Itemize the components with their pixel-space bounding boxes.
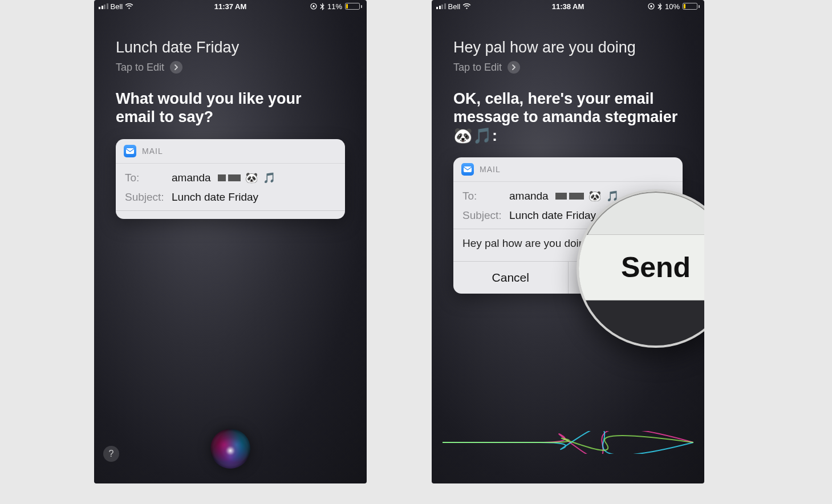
cancel-button[interactable]: Cancel (453, 262, 568, 294)
chevron-right-icon (170, 61, 182, 74)
tap-to-edit-button[interactable]: Tap to Edit (453, 61, 683, 74)
mail-subject-label: Subject: (125, 191, 166, 204)
tap-to-edit-label: Tap to Edit (116, 62, 164, 74)
magnified-send-label: Send (579, 235, 704, 300)
mail-app-label: MAIL (142, 147, 163, 156)
mail-app-label: MAIL (480, 165, 501, 174)
mail-card-header: MAIL (116, 139, 345, 164)
siri-response-text: OK, cella, here's your email message to … (453, 90, 683, 145)
mail-to-value: amanda (509, 190, 549, 202)
siri-response-text: What would you like your email to say? (116, 90, 345, 127)
mail-card-header: MAIL (453, 157, 683, 182)
svg-rect-3 (464, 166, 472, 172)
mail-to-label: To: (125, 172, 166, 184)
status-bar: Bell 11:38 AM 10% (432, 0, 704, 13)
clock-label: 11:38 AM (432, 2, 704, 11)
siri-waveform (432, 431, 704, 454)
tap-to-edit-label: Tap to Edit (453, 62, 502, 74)
mail-subject-value: Lunch date Friday (172, 191, 258, 204)
svg-rect-1 (126, 148, 134, 154)
question-mark-icon: ? (109, 449, 114, 459)
user-utterance: Hey pal how are you doing (453, 39, 683, 56)
mail-app-icon (124, 145, 136, 157)
chevron-right-icon (508, 61, 520, 74)
mail-to-label: To: (462, 190, 504, 202)
mail-app-icon (461, 163, 474, 176)
siri-orb-button[interactable] (210, 429, 250, 469)
mail-subject-value: Lunch date Friday (509, 209, 596, 222)
battery-icon (683, 3, 700, 10)
phone-screenshot-left: Bell 11:37 AM 11% Lunch date Friday Tap … (94, 0, 367, 483)
clock-label: 11:37 AM (94, 2, 367, 11)
help-button[interactable]: ? (103, 446, 119, 462)
tap-to-edit-button[interactable]: Tap to Edit (116, 61, 345, 74)
mail-subject-row: Subject: Lunch date Friday (125, 188, 336, 207)
status-bar: Bell 11:37 AM 11% (94, 0, 367, 13)
battery-icon (345, 3, 362, 10)
phone-screenshot-right: Bell 11:38 AM 10% Hey pal how are you do… (432, 0, 704, 483)
user-utterance: Lunch date Friday (116, 39, 345, 56)
mail-to-value: amanda (172, 172, 211, 184)
mail-preview-card[interactable]: MAIL To: amanda 🐼 🎵 Subject: Lunch date … (116, 139, 345, 219)
mail-to-emoji: 🐼 🎵 (245, 172, 277, 184)
mail-subject-label: Subject: (462, 209, 504, 222)
mail-to-row: To: amanda 🐼 🎵 (125, 168, 336, 188)
